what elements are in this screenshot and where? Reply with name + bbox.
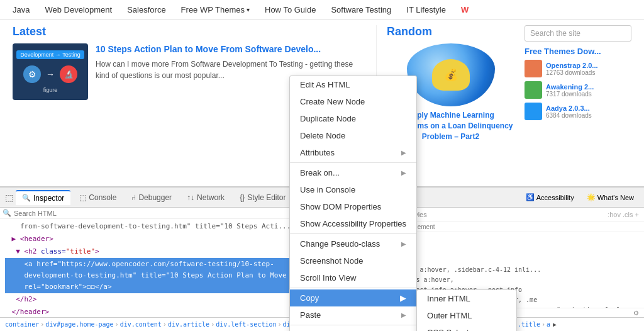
submenu-inner-html[interactable]: Inner HTML [417,290,516,307]
article-image[interactable]: Development → Testing ⚙ → 🔬 figure [13,43,88,100]
network-icon: ↑↓ [187,193,194,202]
menu-change-pseudo[interactable]: Change Pseudo-class ▶ [290,235,416,252]
copy-submenu: Inner HTML Outer HTML CSS Selector CSS P… [416,289,517,331]
submenu-outer-html[interactable]: Outer HTML [417,307,516,324]
tab-console[interactable]: ⬚ Console [73,191,123,205]
menu-sep-2 [290,233,416,234]
menu-use-in-console[interactable]: Use in Console [290,181,416,198]
whatsnew-icon: 🌟 [587,193,596,201]
menu-sep-1 [290,162,416,163]
theme-name-3: Aadya 2.0.3... [546,104,592,112]
menu-sep-3 [290,288,416,288]
menu-copy-container: Copy ▶ Inner HTML Outer HTML CSS Selecto… [290,289,416,306]
style-icon: {} [240,193,245,202]
theme-item-3[interactable]: Aadya 2.0.3...6384 downloads [525,103,631,120]
theme-name-2: Awakening 2... [546,83,594,91]
arrow-icon: → [46,69,55,79]
submenu-css-selector[interactable]: CSS Selector [417,324,516,331]
tab-network[interactable]: ↑↓ Network [180,191,231,205]
theme-icon-2 [525,81,542,99]
menu-scroll-into-view[interactable]: Scroll Into View [290,269,416,286]
menu-show-accessibility[interactable]: Show Accessibility Properties [290,215,416,232]
menu-expand-all[interactable]: Expand All [290,327,416,331]
nav-item-webdev[interactable]: Web Development [45,5,112,14]
debugger-icon: ⑁ [131,193,136,202]
breadcrumb-content[interactable]: div.content [120,321,162,328]
latest-title: Latest [13,25,366,38]
devtools-pick-icon[interactable]: ⬚ [5,193,13,203]
random-title: Random [387,25,514,38]
theme-dl-3: 6384 downloads [546,112,592,119]
copy-arrow: ▶ [400,293,406,303]
breadcrumb-article[interactable]: div.article [168,321,209,328]
tab-whatsnew[interactable]: 🌟 What's New [582,192,639,203]
settings-icon[interactable]: ⚙ [633,310,639,317]
tab-accessibility[interactable]: ♿ Accessibility [521,192,579,203]
inspector-icon: 🔍 [22,194,31,202]
tab-inspector[interactable]: 🔍 Inspector [16,190,70,205]
search-html-icon[interactable]: 🔍 [3,209,11,217]
menu-screenshot-node[interactable]: Screenshot Node [290,252,416,269]
dev-icon: ⚙ [23,65,41,83]
theme-item-1[interactable]: Openstrap 2.0...12763 downloads [525,60,631,77]
context-menu-overlay: Edit As HTML Create New Node Duplicate N… [289,76,417,331]
article-title[interactable]: 10 Steps Action Plan to Move From Softwa… [96,43,366,55]
menu-copy[interactable]: Copy ▶ [290,289,416,306]
theme-dl-2: 7317 downloads [546,91,594,98]
breadcrumb-container[interactable]: container [5,321,39,328]
top-navigation: Java Web Development Salesforce Free WP … [0,0,644,20]
tab-debugger[interactable]: ⑁ Debugger [125,191,178,205]
breadcrumb-arrow[interactable]: ▶ [553,321,557,328]
menu-sep-4 [290,325,416,325]
right-tabs: ♿ Accessibility 🌟 What's New [521,192,639,203]
context-menu: Edit As HTML Create New Node Duplicate N… [289,76,417,331]
nav-item-w[interactable]: W [461,5,469,14]
menu-attributes[interactable]: Attributes ▶ [290,144,416,161]
free-themes-title: Free Themes Dow... [525,47,631,56]
breadcrumb-left[interactable]: div.left-section [216,321,276,328]
menu-duplicate-node[interactable]: Duplicate Node [290,110,416,127]
nav-item-howto[interactable]: How To Guide [265,5,316,14]
menu-create-new-node[interactable]: Create New Node [290,93,416,110]
menu-break-on[interactable]: Break on... ▶ [290,164,416,181]
theme-icon-3 [525,103,542,120]
menu-edit-as-html[interactable]: Edit As HTML [290,76,416,93]
nav-item-itlifestyle[interactable]: IT Lifestyle [406,5,446,14]
random-image[interactable]: 💰 [407,43,495,106]
nav-item-freewp[interactable]: Free WP Themes [181,5,250,14]
search-and-themes: Search the site Free Themes Dow... Opens… [525,25,631,171]
tab-styleeditor[interactable]: {} Style Editor [233,191,292,205]
nav-item-java[interactable]: Java [13,5,30,14]
theme-icon-1 [525,60,542,77]
money-icon: 💰 [432,59,470,91]
theme-item-2[interactable]: Awakening 2...7317 downloads [525,81,631,99]
hov-label: :hov .cls + [608,211,639,218]
theme-name-1: Openstrap 2.0... [546,62,598,69]
figure-label: figure [43,87,58,93]
nav-item-softwaretesting[interactable]: Software Testing [331,5,391,14]
console-icon: ⬚ [79,193,86,202]
search-box[interactable]: Search the site [525,25,631,42]
test-icon: 🔬 [60,65,77,83]
breadcrumb-a[interactable]: a [547,321,550,328]
breadcrumb-page[interactable]: div#page.home-page [45,321,113,328]
menu-delete-node[interactable]: Delete Node [290,127,416,144]
accessibility-icon: ♿ [526,193,535,201]
dev-test-badge: Development → Testing [16,50,84,59]
menu-show-dom[interactable]: Show DOM Properties [290,198,416,215]
nav-item-salesforce[interactable]: Salesforce [127,5,165,14]
menu-paste[interactable]: Paste ▶ [290,306,416,323]
theme-dl-1: 12763 downloads [546,69,598,76]
